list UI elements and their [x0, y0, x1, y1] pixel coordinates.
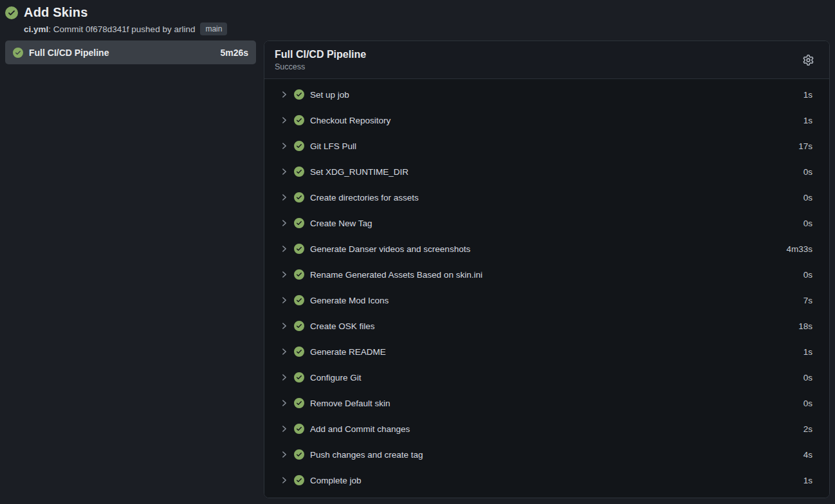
check-circle-icon	[294, 424, 304, 434]
step-name: Generate README	[310, 347, 386, 357]
step-name: Remove Default skin	[310, 399, 390, 408]
actions-run-page: Add Skins ci.yml: Commit 0f678d341f push…	[0, 0, 835, 504]
step-duration: 7s	[803, 296, 812, 305]
step-row[interactable]: Complete job 1s	[264, 467, 829, 493]
step-row[interactable]: Rename Generated Assets Based on skin.in…	[264, 262, 829, 287]
step-name: Add and Commit changes	[310, 424, 410, 434]
step-duration: 0s	[803, 193, 812, 203]
step-duration: 17s	[798, 141, 812, 151]
step-duration: 0s	[803, 219, 812, 228]
step-row[interactable]: Create OSK files 18s	[264, 313, 829, 339]
steps-list: Set up job 1s Checkout Repository 1s Git…	[264, 79, 829, 498]
check-circle-icon	[294, 192, 304, 203]
chevron-right-icon	[280, 141, 289, 150]
step-name: Create OSK files	[310, 321, 375, 331]
check-circle-icon	[294, 89, 304, 100]
chevron-right-icon	[280, 424, 289, 433]
step-name: Create directories for assets	[310, 193, 419, 203]
check-circle-icon	[294, 269, 304, 280]
chevron-right-icon	[280, 373, 289, 382]
step-name: Generate Mod Icons	[310, 296, 389, 305]
step-row[interactable]: Checkout Repository 1s	[264, 107, 829, 133]
page-title: Add Skins	[24, 5, 88, 20]
chevron-right-icon	[280, 219, 289, 228]
sidebar-job-item[interactable]: Full CI/CD Pipeline 5m26s	[5, 40, 256, 64]
gear-icon[interactable]	[801, 53, 815, 67]
jobs-sidebar: Full CI/CD Pipeline 5m26s	[5, 40, 256, 64]
check-circle-icon	[294, 115, 304, 125]
step-row[interactable]: Generate Danser videos and screenshots 4…	[264, 236, 829, 262]
check-circle-icon	[13, 48, 23, 58]
step-name: Generate Danser videos and screenshots	[310, 244, 470, 254]
step-name: Rename Generated Assets Based on skin.in…	[310, 270, 482, 280]
step-name: Checkout Repository	[310, 116, 390, 125]
step-duration: 1s	[803, 476, 812, 485]
step-duration: 0s	[803, 373, 812, 382]
step-row[interactable]: Generate README 1s	[264, 339, 829, 364]
step-duration: 1s	[803, 347, 812, 357]
chevron-right-icon	[280, 399, 289, 408]
step-row[interactable]: Create directories for assets 0s	[264, 184, 829, 210]
step-name: Set up job	[310, 90, 349, 100]
panel-header: Full CI/CD Pipeline Success	[264, 41, 829, 79]
check-circle-icon	[294, 166, 304, 177]
check-circle-icon	[294, 244, 304, 254]
panel-job-title: Full CI/CD Pipeline	[275, 48, 819, 61]
job-duration: 5m26s	[220, 48, 248, 58]
chevron-right-icon	[280, 270, 289, 279]
step-row[interactable]: Set XDG_RUNTIME_DIR 0s	[264, 159, 829, 184]
chevron-right-icon	[280, 167, 289, 176]
check-circle-icon	[294, 321, 304, 331]
chevron-right-icon	[280, 90, 289, 99]
step-duration: 2s	[803, 424, 812, 434]
step-name: Git LFS Pull	[310, 141, 356, 151]
chevron-right-icon	[280, 321, 289, 330]
step-duration: 18s	[798, 321, 812, 331]
step-row[interactable]: Set up job 1s	[264, 82, 829, 107]
step-duration: 0s	[803, 270, 812, 280]
commit-line: ci.yml: Commit 0f678d341f pushed by arli…	[24, 22, 829, 35]
job-panel: Full CI/CD Pipeline Success Set up job 1…	[264, 40, 830, 498]
step-row[interactable]: Push changes and create tag 4s	[264, 442, 829, 467]
step-row[interactable]: Add and Commit changes 2s	[264, 416, 829, 442]
chevron-right-icon	[280, 244, 289, 253]
step-duration: 0s	[803, 167, 812, 177]
step-name: Set XDG_RUNTIME_DIR	[310, 167, 408, 177]
panel-job-status: Success	[275, 62, 819, 72]
check-circle-icon	[5, 6, 18, 19]
workflow-file-label: ci.yml	[24, 24, 48, 34]
check-circle-icon	[294, 218, 304, 228]
step-row[interactable]: Generate Mod Icons 7s	[264, 287, 829, 313]
check-circle-icon	[294, 295, 304, 305]
step-name: Push changes and create tag	[310, 450, 423, 460]
content: Full CI/CD Pipeline 5m26s Full CI/CD Pip…	[5, 40, 830, 498]
step-row[interactable]: Git LFS Pull 17s	[264, 133, 829, 159]
step-name: Create New Tag	[310, 219, 372, 228]
check-circle-icon	[294, 141, 304, 151]
commit-text: : Commit 0f678d341f pushed by arlind	[48, 24, 195, 34]
check-circle-icon	[294, 449, 304, 460]
step-duration: 4s	[803, 450, 812, 460]
step-row[interactable]: Create New Tag 0s	[264, 210, 829, 236]
step-duration: 1s	[803, 90, 812, 100]
run-header: Add Skins ci.yml: Commit 0f678d341f push…	[5, 4, 830, 40]
step-duration: 1s	[803, 116, 812, 125]
step-name: Complete job	[310, 476, 362, 485]
chevron-right-icon	[280, 193, 289, 202]
check-circle-icon	[294, 475, 304, 485]
check-circle-icon	[294, 398, 304, 408]
job-name: Full CI/CD Pipeline	[29, 48, 109, 58]
chevron-right-icon	[280, 450, 289, 459]
chevron-right-icon	[280, 347, 289, 356]
step-row[interactable]: Remove Default skin 0s	[264, 390, 829, 416]
check-circle-icon	[294, 372, 304, 382]
check-circle-icon	[294, 346, 304, 357]
step-duration: 4m33s	[786, 244, 812, 254]
branch-badge[interactable]: main	[200, 22, 227, 35]
step-row[interactable]: Configure Git 0s	[264, 364, 829, 390]
chevron-right-icon	[280, 296, 289, 305]
chevron-right-icon	[280, 476, 289, 485]
step-name: Configure Git	[310, 373, 362, 382]
step-duration: 0s	[803, 399, 812, 408]
chevron-right-icon	[280, 116, 289, 125]
